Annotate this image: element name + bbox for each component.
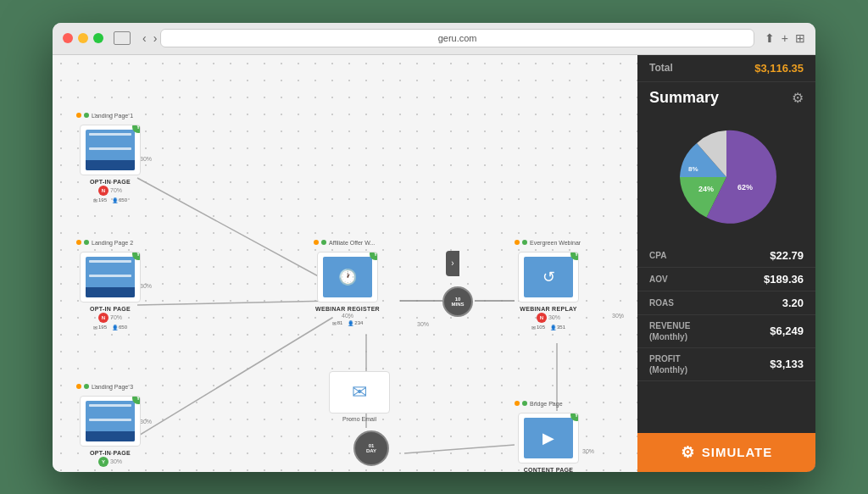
landing2-stats: ✉ 195 👤 650	[93, 325, 127, 330]
maximize-button[interactable]	[93, 33, 103, 43]
metric-profit: PROFIT(Monthly) $3,133	[637, 348, 815, 381]
svg-text:30%: 30%	[417, 321, 429, 327]
title-bar: ‹ › geru.com ⬆ + ⊞	[53, 23, 815, 55]
right-panel: Total $3,116.35 Summary ⚙	[637, 55, 815, 472]
total-value: $3,116.35	[754, 62, 804, 75]
roas-value: 3.20	[782, 297, 804, 309]
close-button[interactable]	[63, 33, 73, 43]
svg-text:30%: 30%	[612, 313, 624, 319]
back-button[interactable]: ‹	[139, 30, 150, 47]
landing1-header: Landing Page 1	[76, 113, 133, 119]
landing1-label: OPT-IN PAGE	[90, 179, 131, 185]
bridge-header: Bridge Page	[515, 401, 563, 407]
panel-total-row: Total $3,116.35	[637, 55, 815, 82]
simulate-button[interactable]: ⚙ SIMULATE	[637, 433, 815, 472]
svg-line-2	[137, 318, 332, 436]
landing2-n-badge: N	[98, 313, 108, 323]
webinar-register-badge: Y	[370, 252, 378, 260]
cpa-value: $22.79	[770, 249, 804, 262]
aov-label: AOV	[649, 275, 668, 284]
landing1-stat1: ✉ 195	[93, 197, 107, 203]
profit-label: PROFIT(Monthly)	[649, 353, 687, 375]
svg-line-1	[137, 301, 332, 305]
email-node[interactable]: ✉ Promo Email	[329, 371, 390, 422]
landing1-stats: ✉ 195 👤 650	[93, 197, 127, 203]
webinar-register-header: Affiliate Offer W...	[314, 240, 375, 246]
landing2-pct: 70%	[110, 314, 122, 320]
landing3-label: OPT-IN PAGE	[90, 450, 131, 456]
window-icon	[114, 31, 131, 45]
minimize-button[interactable]	[78, 33, 88, 43]
metric-cpa: CPA $22.79	[637, 244, 815, 268]
webinar-replay-label: WEBINAR REPLAY	[520, 306, 576, 312]
pie-label-green: 24%	[698, 185, 714, 193]
landing3-y-badge: Y	[98, 457, 108, 467]
timer-unit: MINS	[452, 302, 465, 307]
webinar-replay-icon: ↺	[542, 268, 555, 286]
bridge-icon: ▶	[542, 429, 554, 447]
email-label: Promo Email	[329, 416, 390, 422]
sequence-unit: DAY	[366, 448, 376, 453]
add-tab-icon[interactable]: +	[782, 31, 788, 45]
svg-text:30%: 30%	[582, 448, 594, 454]
bridge-label: CONTENT PAGE	[524, 467, 574, 472]
metric-revenue: REVENUE(Monthly) $6,249	[637, 315, 815, 348]
grid-icon[interactable]: ⊞	[795, 31, 805, 45]
landing1-stat2: 👤 650	[112, 197, 127, 203]
pie-label-purple: 62%	[737, 183, 753, 191]
forward-button[interactable]: ›	[150, 30, 161, 47]
aov-value: $189.36	[764, 273, 804, 286]
landing2-node[interactable]: Y OPT-IN PAGE N 70% ✉ 195 👤 650	[76, 252, 144, 330]
landing3-badge: Y	[132, 396, 141, 404]
landing3-header: Landing Page 3	[76, 384, 133, 390]
landing3-node[interactable]: Y OPT-IN PAGE Y 30%	[76, 396, 144, 467]
webinar-register-pct2: 40%	[342, 313, 353, 319]
webinar-replay-n-badge: N	[537, 313, 547, 323]
sequence-node: 01 DAY	[353, 430, 389, 466]
svg-line-0	[137, 178, 332, 284]
address-bar[interactable]: geru.com	[160, 29, 754, 47]
webinar-replay-node[interactable]: ↺ Y WEBINAR REPLAY N 30% ✉ 105 👤 351	[515, 252, 582, 330]
webinar-register-stats: ✉ 81 👤 234	[332, 320, 364, 326]
simulate-icon: ⚙	[681, 443, 695, 462]
panel-expand-button[interactable]: ›	[446, 251, 459, 276]
simulate-label: SIMULATE	[702, 445, 773, 459]
browser-window: ‹ › geru.com ⬆ + ⊞	[53, 23, 815, 472]
toolbar-right: ⬆ + ⊞	[765, 31, 805, 45]
landing3-pct: 30%	[110, 458, 122, 464]
timer-node: 10 MINS	[442, 286, 473, 317]
svg-line-7	[404, 445, 515, 453]
webinar-register-node[interactable]: 🕐 Y WEBINAR REGISTER 40% ✉ 81 👤 234	[314, 252, 381, 326]
pie-chart-svg: 62% 24% 8%	[671, 122, 782, 232]
bridge-badge: Y	[570, 413, 579, 421]
landing2-label: OPT-IN PAGE	[90, 306, 131, 312]
pie-chart-container: 62% 24% 8%	[637, 114, 815, 241]
webinar-register-label: WEBINAR REGISTER	[315, 306, 380, 312]
webinar-register-icon: 🕐	[338, 268, 357, 286]
roas-label: ROAS	[649, 298, 674, 308]
landing2-header: Landing Page 2	[76, 240, 133, 246]
canvas-area: 30% 30% 30% 30% 30% 30% Landing Page 1	[53, 55, 637, 472]
cpa-label: CPA	[649, 251, 666, 260]
landing2-badge: Y	[132, 252, 141, 260]
metric-roas: ROAS 3.20	[637, 291, 815, 315]
revenue-label: REVENUE(Monthly)	[649, 320, 690, 342]
settings-icon[interactable]: ⚙	[792, 90, 804, 106]
panel-summary-header: Summary ⚙	[637, 82, 815, 114]
webinar-replay-header: Evergreen Webinar	[515, 240, 581, 246]
bridge-node[interactable]: ▶ Y CONTENT PAGE 30% ✉ 39 👤 132	[515, 413, 582, 472]
total-label: Total	[649, 62, 673, 74]
metric-aov: AOV $189.36	[637, 268, 815, 291]
landing1-node[interactable]: Y OPT-IN PAGE N 70% ✉ 195 👤 650	[76, 125, 144, 203]
share-icon[interactable]: ⬆	[765, 31, 775, 45]
main-content: 30% 30% 30% 30% 30% 30% Landing Page 1	[53, 55, 815, 472]
metrics-list: CPA $22.79 AOV $189.36 ROAS 3.20 REVENUE…	[637, 241, 815, 433]
summary-title: Summary	[649, 89, 719, 107]
traffic-lights	[63, 33, 103, 43]
profit-value: $3,133	[770, 358, 804, 370]
webinar-replay-stats: ✉ 105 👤 351	[531, 325, 565, 330]
landing1-n-badge: N	[98, 186, 108, 196]
landing1-badge: Y	[132, 125, 141, 133]
revenue-value: $6,249	[770, 325, 804, 337]
webinar-replay-badge: Y	[570, 252, 579, 260]
